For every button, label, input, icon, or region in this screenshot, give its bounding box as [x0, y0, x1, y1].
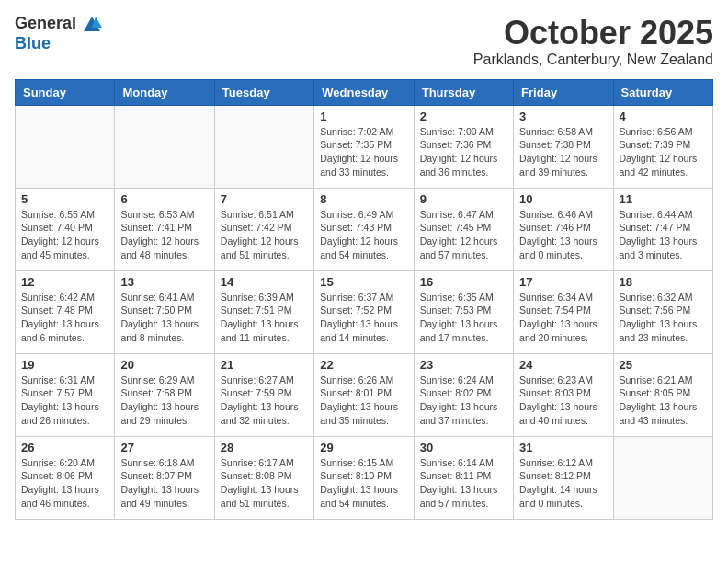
day-cell-20: 20Sunrise: 6:29 AM Sunset: 7:58 PM Dayli…	[115, 353, 214, 436]
day-number: 8	[320, 192, 407, 206]
day-cell-26: 26Sunrise: 6:20 AM Sunset: 8:06 PM Dayli…	[16, 436, 115, 519]
day-info: Sunrise: 6:34 AM Sunset: 7:54 PM Dayligh…	[519, 291, 607, 345]
column-header-monday: Monday	[115, 79, 214, 105]
day-cell-27: 27Sunrise: 6:18 AM Sunset: 8:07 PM Dayli…	[115, 436, 214, 519]
day-cell-4: 4Sunrise: 6:56 AM Sunset: 7:39 PM Daylig…	[613, 105, 712, 188]
day-number: 6	[120, 192, 208, 206]
day-info: Sunrise: 6:37 AM Sunset: 7:52 PM Dayligh…	[320, 291, 407, 345]
day-number: 2	[420, 109, 507, 123]
day-cell-29: 29Sunrise: 6:15 AM Sunset: 8:10 PM Dayli…	[314, 436, 414, 519]
day-cell-18: 18Sunrise: 6:32 AM Sunset: 7:56 PM Dayli…	[613, 270, 712, 353]
day-cell-30: 30Sunrise: 6:14 AM Sunset: 8:11 PM Dayli…	[414, 436, 513, 519]
column-header-sunday: Sunday	[16, 79, 115, 105]
empty-cell	[115, 105, 214, 188]
day-cell-6: 6Sunrise: 6:53 AM Sunset: 7:41 PM Daylig…	[115, 188, 214, 270]
day-number: 16	[420, 275, 507, 289]
column-header-friday: Friday	[514, 79, 613, 105]
calendar-header-row: SundayMondayTuesdayWednesdayThursdayFrid…	[16, 79, 713, 105]
day-cell-3: 3Sunrise: 6:58 AM Sunset: 7:38 PM Daylig…	[514, 105, 613, 188]
day-cell-28: 28Sunrise: 6:17 AM Sunset: 8:08 PM Dayli…	[214, 436, 313, 519]
day-info: Sunrise: 6:44 AM Sunset: 7:47 PM Dayligh…	[620, 208, 707, 262]
day-number: 7	[221, 192, 308, 206]
week-row-5: 26Sunrise: 6:20 AM Sunset: 8:06 PM Dayli…	[16, 436, 713, 519]
day-number: 26	[21, 441, 108, 454]
day-info: Sunrise: 6:12 AM Sunset: 8:12 PM Dayligh…	[519, 456, 607, 511]
day-info: Sunrise: 6:24 AM Sunset: 8:02 PM Dayligh…	[420, 373, 507, 428]
week-row-3: 12Sunrise: 6:42 AM Sunset: 7:48 PM Dayli…	[16, 270, 713, 353]
day-info: Sunrise: 6:46 AM Sunset: 7:46 PM Dayligh…	[519, 208, 607, 262]
day-info: Sunrise: 6:39 AM Sunset: 7:51 PM Dayligh…	[221, 291, 308, 345]
logo-blue-text: Blue	[15, 35, 51, 52]
day-info: Sunrise: 6:31 AM Sunset: 7:57 PM Dayligh…	[21, 373, 108, 428]
day-number: 30	[420, 441, 507, 454]
day-cell-15: 15Sunrise: 6:37 AM Sunset: 7:52 PM Dayli…	[314, 270, 414, 353]
day-cell-17: 17Sunrise: 6:34 AM Sunset: 7:54 PM Dayli…	[514, 270, 613, 353]
day-number: 3	[519, 109, 607, 123]
column-header-wednesday: Wednesday	[314, 79, 414, 105]
day-info: Sunrise: 6:18 AM Sunset: 8:07 PM Dayligh…	[120, 456, 208, 511]
day-cell-19: 19Sunrise: 6:31 AM Sunset: 7:57 PM Dayli…	[16, 353, 115, 436]
day-number: 12	[21, 275, 108, 289]
day-cell-2: 2Sunrise: 7:00 AM Sunset: 7:36 PM Daylig…	[414, 105, 513, 188]
empty-cell	[613, 436, 712, 519]
week-row-4: 19Sunrise: 6:31 AM Sunset: 7:57 PM Dayli…	[16, 353, 713, 436]
day-number: 9	[420, 192, 507, 206]
day-cell-12: 12Sunrise: 6:42 AM Sunset: 7:48 PM Dayli…	[16, 270, 115, 353]
day-info: Sunrise: 6:29 AM Sunset: 7:58 PM Dayligh…	[120, 373, 208, 428]
day-info: Sunrise: 6:23 AM Sunset: 8:03 PM Dayligh…	[519, 373, 607, 428]
column-header-tuesday: Tuesday	[214, 79, 313, 105]
day-number: 20	[120, 358, 208, 372]
day-info: Sunrise: 6:32 AM Sunset: 7:56 PM Dayligh…	[620, 291, 707, 345]
day-info: Sunrise: 6:21 AM Sunset: 8:05 PM Dayligh…	[620, 373, 707, 428]
day-cell-11: 11Sunrise: 6:44 AM Sunset: 7:47 PM Dayli…	[613, 188, 712, 270]
day-number: 27	[120, 441, 208, 454]
day-number: 15	[320, 275, 407, 289]
day-number: 11	[620, 192, 707, 206]
logo-icon	[82, 15, 102, 35]
month-title: October 2025	[473, 15, 713, 52]
day-cell-7: 7Sunrise: 6:51 AM Sunset: 7:42 PM Daylig…	[214, 188, 313, 270]
day-info: Sunrise: 6:56 AM Sunset: 7:39 PM Dayligh…	[620, 125, 707, 179]
location-title: Parklands, Canterbury, New Zealand	[473, 52, 713, 68]
title-block: October 2025 Parklands, Canterbury, New …	[473, 15, 713, 68]
calendar-table: SundayMondayTuesdayWednesdayThursdayFrid…	[15, 79, 713, 520]
logo-general-text: General	[15, 14, 76, 32]
day-cell-10: 10Sunrise: 6:46 AM Sunset: 7:46 PM Dayli…	[514, 188, 613, 270]
empty-cell	[16, 105, 115, 188]
day-info: Sunrise: 6:17 AM Sunset: 8:08 PM Dayligh…	[221, 456, 308, 511]
day-info: Sunrise: 6:47 AM Sunset: 7:45 PM Dayligh…	[420, 208, 507, 262]
day-info: Sunrise: 6:27 AM Sunset: 7:59 PM Dayligh…	[221, 373, 308, 428]
day-number: 1	[320, 109, 407, 123]
day-number: 25	[620, 358, 707, 372]
day-number: 28	[221, 441, 308, 454]
day-cell-25: 25Sunrise: 6:21 AM Sunset: 8:05 PM Dayli…	[613, 353, 712, 436]
week-row-1: 1Sunrise: 7:02 AM Sunset: 7:35 PM Daylig…	[16, 105, 713, 188]
day-cell-23: 23Sunrise: 6:24 AM Sunset: 8:02 PM Dayli…	[414, 353, 513, 436]
day-cell-5: 5Sunrise: 6:55 AM Sunset: 7:40 PM Daylig…	[16, 188, 115, 270]
day-number: 18	[620, 275, 707, 289]
day-number: 23	[420, 358, 507, 372]
day-info: Sunrise: 7:00 AM Sunset: 7:36 PM Dayligh…	[420, 125, 507, 179]
day-cell-9: 9Sunrise: 6:47 AM Sunset: 7:45 PM Daylig…	[414, 188, 513, 270]
day-cell-14: 14Sunrise: 6:39 AM Sunset: 7:51 PM Dayli…	[214, 270, 313, 353]
day-info: Sunrise: 6:26 AM Sunset: 8:01 PM Dayligh…	[320, 373, 407, 428]
day-info: Sunrise: 6:41 AM Sunset: 7:50 PM Dayligh…	[120, 291, 208, 345]
logo: General Blue	[15, 15, 102, 52]
day-info: Sunrise: 6:58 AM Sunset: 7:38 PM Dayligh…	[519, 125, 607, 179]
day-info: Sunrise: 6:42 AM Sunset: 7:48 PM Dayligh…	[21, 291, 108, 345]
day-number: 10	[519, 192, 607, 206]
day-cell-13: 13Sunrise: 6:41 AM Sunset: 7:50 PM Dayli…	[115, 270, 214, 353]
day-number: 13	[120, 275, 208, 289]
day-number: 17	[519, 275, 607, 289]
day-info: Sunrise: 6:35 AM Sunset: 7:53 PM Dayligh…	[420, 291, 507, 345]
day-info: Sunrise: 6:55 AM Sunset: 7:40 PM Dayligh…	[21, 208, 108, 262]
day-cell-24: 24Sunrise: 6:23 AM Sunset: 8:03 PM Dayli…	[514, 353, 613, 436]
day-number: 19	[21, 358, 108, 372]
day-number: 29	[320, 441, 407, 454]
day-info: Sunrise: 6:51 AM Sunset: 7:42 PM Dayligh…	[221, 208, 308, 262]
day-info: Sunrise: 6:49 AM Sunset: 7:43 PM Dayligh…	[320, 208, 407, 262]
day-cell-22: 22Sunrise: 6:26 AM Sunset: 8:01 PM Dayli…	[314, 353, 414, 436]
day-number: 14	[221, 275, 308, 289]
column-header-saturday: Saturday	[613, 79, 712, 105]
day-number: 24	[519, 358, 607, 372]
